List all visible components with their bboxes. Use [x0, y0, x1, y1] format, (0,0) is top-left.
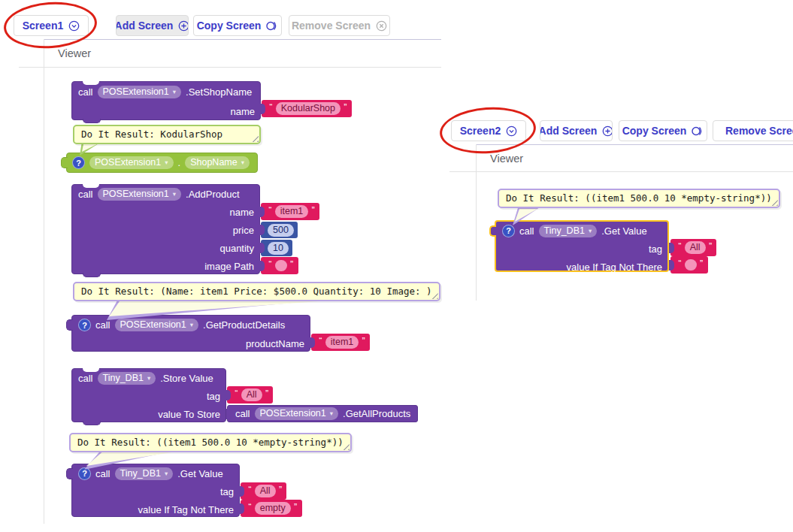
do-it-result-bubble[interactable]: Do It Result: KodularShop — [73, 125, 261, 144]
text-value[interactable]: item1 — [275, 205, 309, 218]
block-title-row: call Tiny_DB1 .Store Value — [72, 369, 225, 387]
property-dropdown[interactable]: ShopName — [185, 156, 250, 169]
screen-selector-button[interactable]: Screen2 — [451, 120, 526, 141]
copy-screen-button[interactable]: Copy Screen — [619, 120, 707, 141]
viewer-heading: Viewer — [490, 153, 523, 165]
component-dropdown[interactable]: POSExtension1 — [98, 188, 182, 201]
block-get-product-details[interactable]: call POSExtension1 .GetProductDetails pr… — [71, 315, 310, 352]
output-plug — [66, 468, 73, 479]
text-value[interactable]: item1 — [325, 336, 359, 349]
text-value[interactable]: empty — [255, 502, 291, 515]
do-it-result-bubble[interactable]: Do It Result: (Name: item1 Price: $500.0… — [73, 282, 440, 301]
param-label: value If Tag Not There — [567, 261, 662, 273]
text-block-item1[interactable]: “ item1 ” — [261, 203, 319, 220]
text-value[interactable] — [275, 260, 287, 271]
quote-open-icon: “ — [678, 240, 682, 249]
number-block-500[interactable]: 500 — [261, 222, 298, 238]
number-value[interactable]: 10 — [268, 242, 289, 255]
method-label: .Get Value — [601, 225, 646, 237]
plus-circle-icon — [178, 20, 189, 32]
viewer-left-border — [476, 144, 477, 301]
viewer-divider — [44, 67, 441, 68]
param-row: productName — [72, 334, 310, 352]
method-label: .SetShopName — [186, 86, 252, 98]
plus-circle-icon — [602, 125, 613, 137]
text-value[interactable]: All — [685, 241, 706, 254]
param-row: value To Store — [72, 405, 225, 423]
chevron-down-circle-icon — [68, 20, 80, 32]
component-dropdown[interactable]: Tiny_DB1 — [539, 225, 598, 237]
method-label: .Get Value — [177, 468, 222, 479]
remove-screen-button[interactable]: Remove Screen — [713, 120, 793, 141]
text-block-item1[interactable]: “ item1 ” — [311, 334, 370, 351]
text-value[interactable] — [685, 259, 697, 271]
copy-screen-button[interactable]: Copy Screen — [193, 15, 282, 36]
text-block-all[interactable]: “ All ” — [670, 239, 716, 256]
do-it-result-bubble[interactable]: Do It Result: ((item1 500.0 10 *empty-st… — [498, 189, 780, 208]
param-label: image Path — [204, 261, 254, 272]
param-row: value If Tag Not There — [72, 500, 239, 518]
text-value[interactable]: All — [241, 388, 262, 401]
remove-screen-button[interactable]: Remove Screen — [289, 15, 390, 36]
add-screen-label: Add Screen — [540, 125, 597, 137]
resize-grip-icon[interactable] — [251, 135, 259, 142]
quote-open-icon: “ — [235, 388, 238, 396]
quote-open-icon: “ — [268, 258, 272, 267]
quote-close-icon: ” — [311, 204, 315, 213]
help-icon — [72, 156, 85, 169]
component-dropdown[interactable]: POSExtension1 — [89, 156, 174, 169]
param-label: value To Store — [158, 409, 220, 420]
text-block-empty-string[interactable]: “ empty ” — [241, 500, 302, 517]
block-set-shop-name[interactable]: call POSExtension1 .SetShopName name — [71, 81, 261, 120]
text-value[interactable]: All — [255, 485, 276, 497]
text-block-empty[interactable]: “ ” — [670, 256, 708, 274]
param-row: value If Tag Not There — [496, 258, 667, 276]
block-get-all-products[interactable]: call POSExtension1 .GetAllProducts — [227, 405, 418, 422]
viewer-heading: Viewer — [58, 47, 91, 59]
remove-screen-label: Remove Screen — [725, 125, 793, 137]
help-icon — [78, 319, 91, 331]
text-value[interactable]: KodularShop — [276, 102, 341, 115]
add-screen-button[interactable]: Add Screen — [116, 15, 189, 36]
block-shopname-getter[interactable]: POSExtension1 . ShopName — [66, 153, 258, 173]
text-block-all[interactable]: “ All ” — [241, 482, 286, 500]
component-dropdown[interactable]: POSExtension1 — [115, 319, 199, 331]
block-store-value[interactable]: call Tiny_DB1 .Store Value tag value To … — [71, 368, 226, 422]
param-label: name — [229, 207, 254, 218]
add-screen-button[interactable]: Add Screen — [540, 120, 613, 141]
block-get-value-selected[interactable]: call Tiny_DB1 .Get Value tag value If Ta… — [495, 220, 669, 272]
call-keyword: call — [78, 86, 93, 98]
param-label: value If Tag Not There — [138, 504, 234, 515]
block-add-product[interactable]: call POSExtension1 .AddProduct name pric… — [71, 184, 260, 274]
quote-close-icon: ” — [709, 240, 713, 249]
text-block-kodularshop[interactable]: “ KodularShop ” — [262, 100, 352, 117]
remove-screen-label: Remove Screen — [292, 20, 371, 32]
output-plug — [66, 319, 73, 331]
param-label: quantity — [219, 243, 254, 254]
param-label: productName — [246, 338, 304, 349]
param-label: name — [230, 106, 255, 117]
component-dropdown[interactable]: Tiny_DB1 — [98, 372, 156, 385]
param-label: tag — [207, 391, 220, 402]
component-dropdown[interactable]: POSExtension1 — [98, 86, 182, 98]
do-it-result-text: Do It Result: (Name: item1 Price: $500.0… — [81, 286, 432, 297]
screen-selector-button[interactable]: Screen1 — [14, 15, 89, 36]
quote-close-icon: ” — [294, 501, 298, 509]
block-get-value[interactable]: call Tiny_DB1 .Get Value tag value If Ta… — [71, 464, 240, 517]
param-row: name — [72, 203, 259, 221]
copy-screen-label: Copy Screen — [622, 125, 687, 137]
quote-open-icon: “ — [269, 101, 273, 110]
add-screen-label: Add Screen — [116, 20, 173, 32]
component-dropdown[interactable]: POSExtension1 — [255, 407, 339, 420]
number-block-10[interactable]: 10 — [261, 240, 292, 256]
param-row: tag — [72, 387, 225, 405]
do-it-result-bubble[interactable]: Do It Result: ((item1 500.0 10 *empty-st… — [69, 433, 352, 452]
text-block-empty[interactable]: “ ” — [261, 257, 298, 274]
text-block-all[interactable]: “ All ” — [227, 386, 273, 404]
bubble-tail — [107, 299, 332, 320]
quote-open-icon: “ — [268, 204, 272, 213]
quote-close-icon: ” — [700, 258, 704, 266]
number-value[interactable]: 500 — [268, 224, 294, 237]
viewer-divider — [477, 171, 793, 172]
screen-selector-label: Screen1 — [23, 20, 63, 32]
